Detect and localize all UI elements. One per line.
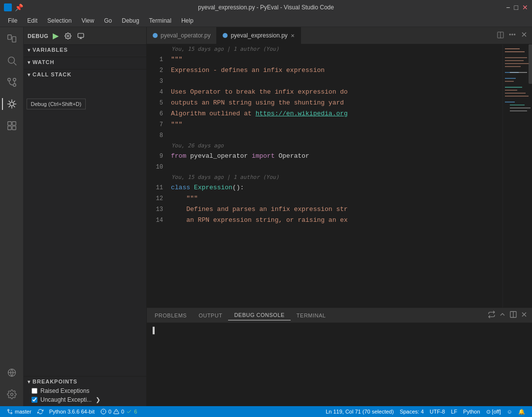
panel-tab-debug-console[interactable]: DEBUG CONSOLE (228, 310, 290, 320)
breakpoints-header[interactable]: ▾ BREAKPOINTS (24, 377, 146, 386)
line-num-11: 11 (147, 182, 169, 193)
line-num-9: 9 (147, 151, 169, 162)
tab-action-close[interactable] (520, 31, 528, 40)
breakpoints-arrow: ▾ (28, 379, 31, 384)
panel-wrap-icon[interactable] (488, 311, 496, 320)
panel-tab-output[interactable]: OUTPUT (193, 311, 228, 320)
debug-settings-button[interactable] (63, 32, 73, 40)
line-num-2: 2 (147, 65, 169, 76)
debug-more-button[interactable] (76, 32, 86, 40)
panel-chevron-up[interactable] (499, 311, 506, 320)
editor-area: pyeval_operator.py pyeval_expression.py … (147, 27, 532, 406)
sync-icon (37, 409, 43, 415)
status-language[interactable]: Python (460, 409, 483, 415)
menu-go[interactable]: Go (100, 16, 116, 25)
panel-content[interactable]: ▌ (147, 323, 532, 406)
tab-close-expression[interactable]: ✕ (291, 33, 295, 38)
warning-icon (113, 409, 119, 415)
raised-exceptions-checkbox[interactable] (32, 388, 37, 394)
status-python[interactable]: Python 3.6.6 64-bit (46, 406, 98, 417)
svg-rect-50 (529, 44, 532, 84)
panel-tab-problems[interactable]: PROBLEMS (149, 311, 193, 320)
sidebar-item-extensions[interactable] (2, 116, 22, 136)
line-content-9: from pyeval_operator import Operator (169, 151, 502, 162)
uncaught-exceptions-checkbox[interactable] (32, 397, 37, 403)
line-content-4: Uses Operator to break the infix express… (169, 87, 502, 98)
menu-selection[interactable]: Selection (43, 16, 75, 25)
uncaught-chevron-button[interactable]: ❯ (95, 396, 101, 403)
status-notifications[interactable]: 🔔 (515, 409, 528, 415)
sidebar-item-source-control[interactable] (2, 72, 22, 92)
debug-play-button[interactable]: ▶ (51, 30, 60, 41)
line-content-8 (169, 130, 502, 141)
link-wikipedia[interactable]: https://en.wikipedia.org (256, 110, 348, 117)
status-right: Ln 119, Col 71 (70 selected) Spaces: 4 U… (323, 409, 528, 415)
remote-icon[interactable] (2, 363, 22, 382)
sidebar-item-debug[interactable]: Debug (Ctrl+Shift+D) (2, 94, 22, 114)
panel-close-icon[interactable] (520, 311, 528, 320)
callstack-header[interactable]: ▾ CALL STACK (24, 70, 146, 79)
svg-rect-39 (510, 72, 527, 73)
tab-pyeval-expression[interactable]: pyeval_expression.py ✕ (217, 27, 300, 44)
svg-rect-33 (505, 51, 525, 52)
sidebar-item-explorer[interactable] (2, 29, 22, 49)
editor-content: You, 15 days ago | 1 author (You) 1 """ … (147, 44, 532, 308)
menu-view[interactable]: View (77, 16, 98, 25)
status-line-ending[interactable]: LF (448, 409, 460, 415)
menu-file[interactable]: File (4, 16, 21, 25)
status-face[interactable]: ☺ (504, 409, 515, 415)
status-position[interactable]: Ln 119, Col 71 (70 selected) (323, 409, 397, 415)
code-editor[interactable]: You, 15 days ago | 1 author (You) 1 """ … (147, 44, 502, 308)
tab-pyeval-operator[interactable]: pyeval_operator.py (147, 27, 217, 44)
code-line-2: 2 Expression - defines an infix expressi… (147, 65, 502, 76)
breakpoint-uncaught: Uncaught Excepti... ❯ (24, 395, 146, 404)
tab-action-more[interactable] (508, 31, 516, 40)
minimize-icon[interactable]: − (506, 3, 510, 11)
window-controls[interactable]: − □ ✕ (506, 3, 528, 11)
blame-line-2: You, 26 days ago (147, 141, 502, 151)
raised-exceptions-label: Raised Exceptions (40, 387, 89, 394)
status-spaces[interactable]: Spaces: 4 (397, 409, 427, 415)
close-icon[interactable]: ✕ (522, 3, 528, 11)
menu-debug[interactable]: Debug (118, 16, 143, 25)
status-sync[interactable] (34, 406, 46, 417)
line-content-2: Expression - defines an infix expression (169, 65, 502, 76)
status-branch[interactable]: master (4, 406, 34, 417)
uncaught-exceptions-label: Uncaught Excepti... (40, 396, 92, 403)
main-layout: Debug (Ctrl+Shift+D) (0, 27, 532, 406)
debug-label: DEBUG (28, 33, 48, 39)
tab-action-split[interactable] (497, 31, 504, 40)
panel-tab-terminal[interactable]: TERMINAL (291, 311, 332, 320)
panel-split-icon[interactable] (509, 311, 517, 320)
status-live-share[interactable]: ⊙ [off] (483, 409, 504, 415)
sidebar-item-search[interactable] (2, 51, 22, 70)
code-line-7: 7 """ (147, 119, 502, 130)
svg-line-3 (14, 63, 16, 65)
svg-point-20 (67, 35, 69, 37)
menu-edit[interactable]: Edit (23, 16, 41, 25)
variables-header[interactable]: ▾ VARIABLES (24, 45, 146, 55)
svg-point-6 (13, 78, 16, 81)
line-num-12: 12 (147, 193, 169, 204)
watch-header[interactable]: ▾ WATCH (24, 57, 146, 67)
menu-terminal[interactable]: Terminal (145, 16, 175, 25)
status-line-ending-label: LF (451, 409, 457, 415)
line-num-1: 1 (147, 54, 169, 65)
breakpoints-section: ▾ BREAKPOINTS Raised Exceptions Uncaught… (24, 377, 146, 406)
tab-icon-expression (223, 33, 228, 38)
svg-rect-36 (505, 63, 530, 64)
status-errors[interactable]: 0 0 6 (98, 406, 140, 417)
code-line-4: 4 Uses Operator to break the infix expre… (147, 87, 502, 98)
svg-rect-43 (505, 90, 517, 91)
svg-rect-42 (505, 87, 522, 88)
menu-help[interactable]: Help (177, 16, 198, 25)
status-language-label: Python (463, 409, 480, 415)
settings-icon[interactable] (2, 384, 22, 404)
maximize-icon[interactable]: □ (514, 3, 518, 11)
status-encoding[interactable]: UTF-8 (427, 409, 448, 415)
tab-bar: pyeval_operator.py pyeval_expression.py … (147, 27, 532, 44)
svg-rect-44 (505, 93, 526, 94)
status-ok-count: 6 (134, 409, 137, 415)
debug-console-cursor: ▌ (153, 327, 157, 334)
line-content-1: """ (169, 54, 502, 65)
